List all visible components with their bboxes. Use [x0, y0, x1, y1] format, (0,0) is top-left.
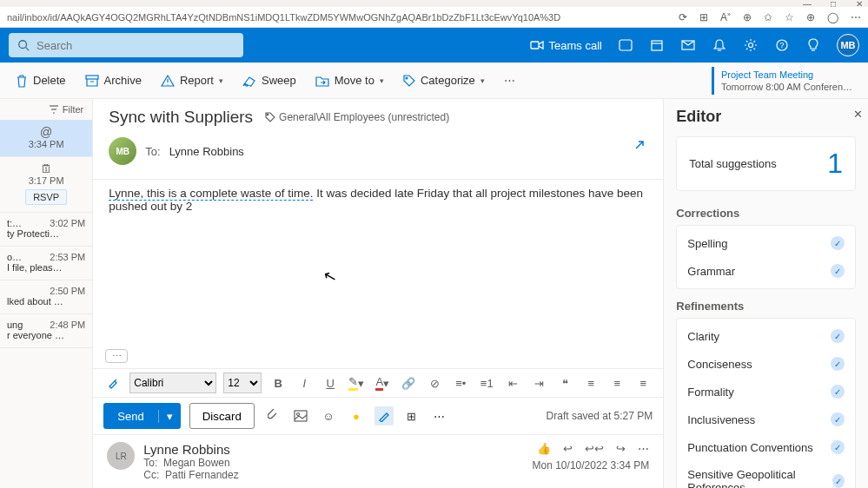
underline-button[interactable]: U — [321, 373, 340, 392]
star-icon[interactable]: ☆ — [785, 11, 794, 23]
like-icon[interactable]: 👍 — [537, 442, 551, 455]
more-send-icon[interactable]: ⋯ — [430, 406, 449, 425]
italic-button[interactable]: I — [295, 373, 314, 392]
refinement-row[interactable]: Clarity✓ — [677, 322, 855, 350]
check-icon: ✓ — [831, 440, 845, 454]
correction-spelling[interactable]: Spelling✓ — [677, 229, 855, 257]
close-icon[interactable]: ✕ — [853, 108, 863, 121]
meet-now-icon[interactable] — [618, 37, 633, 53]
emoji2-icon[interactable]: ● — [347, 406, 366, 425]
send-button[interactable]: Send ▾ — [103, 403, 180, 429]
reply-icon[interactable]: ↩ — [563, 442, 573, 455]
mention-icon: @ — [7, 125, 85, 139]
list-item[interactable]: t:…3:02 PM ty Protecti… — [0, 213, 92, 247]
align-left-button[interactable]: ≡ — [581, 373, 600, 392]
image-icon[interactable] — [291, 406, 310, 425]
attach-icon[interactable] — [263, 406, 282, 425]
bell-icon[interactable] — [712, 37, 727, 53]
bullets-button[interactable]: ≡• — [451, 373, 470, 392]
report-button[interactable]: Report▾ — [161, 74, 223, 87]
rsvp-badge[interactable]: RSVP — [25, 189, 67, 205]
list-item[interactable]: ung2:48 PM r everyone … — [0, 314, 92, 348]
svg-point-19 — [296, 413, 299, 416]
correction-grammar[interactable]: Grammar✓ — [677, 257, 855, 285]
chevron-down-icon: ▾ — [380, 76, 384, 85]
archive-button[interactable]: Archive — [85, 74, 142, 87]
send-split-button[interactable]: ▾ — [158, 410, 181, 423]
quote-button[interactable]: ❝ — [555, 373, 574, 392]
lightbulb-icon[interactable] — [805, 37, 821, 53]
url-text: nail/inbox/id/AAQkAGY4OGQ2MGRhLTA4YzQtND… — [7, 12, 560, 23]
filter-button[interactable]: Filter — [0, 99, 92, 120]
list-item[interactable]: 2:50 PM lked about … — [0, 280, 92, 314]
profile-avatar[interactable]: MB — [837, 34, 859, 56]
settings-icon[interactable] — [743, 37, 759, 53]
clear-format-button[interactable]: ⊘ — [425, 373, 444, 392]
refinement-row[interactable]: Formality✓ — [677, 378, 855, 406]
profile-icon[interactable]: ◯ — [827, 11, 838, 23]
reply-all-icon[interactable]: ↩↩ — [585, 442, 604, 455]
video-icon — [530, 40, 544, 50]
delete-button[interactable]: Delete — [16, 74, 66, 88]
list-item[interactable]: 🗓 3:17 PM RSVP — [0, 157, 92, 213]
item-time: 3:17 PM — [7, 175, 85, 186]
compose-body[interactable]: Lynne, this is a complete waste of time.… — [93, 180, 663, 344]
move-to-button[interactable]: Move to▾ — [315, 74, 384, 87]
list-item[interactable]: @ 3:34 PM — [0, 120, 92, 157]
refinement-row[interactable]: Punctuation Conventions✓ — [677, 433, 855, 461]
more-icon[interactable]: ⋯ — [851, 11, 861, 23]
popout-icon[interactable] — [633, 139, 646, 151]
numbering-button[interactable]: ≡1 — [477, 373, 496, 392]
editor-pen-icon[interactable] — [374, 406, 394, 425]
refinement-row[interactable]: Inclusiveness✓ — [677, 406, 855, 433]
favorites-icon[interactable]: ✩ — [764, 11, 772, 23]
more-commands[interactable]: ⋯ — [504, 74, 515, 87]
check-icon: ✓ — [831, 236, 845, 250]
discard-button[interactable]: Discard — [189, 403, 255, 429]
maximize-icon[interactable]: □ — [828, 0, 838, 9]
svg-rect-4 — [652, 41, 662, 50]
outdent-button[interactable]: ⇤ — [503, 373, 522, 392]
minimize-icon[interactable]: — — [802, 0, 812, 9]
mail-unread-icon[interactable] — [680, 37, 696, 53]
forward-icon[interactable]: ↪ — [616, 442, 626, 455]
refinement-row[interactable]: Conciseness✓ — [677, 350, 855, 378]
teams-call-button[interactable]: Teams call — [530, 39, 602, 52]
font-size-select[interactable]: 12 — [223, 373, 262, 393]
search-box[interactable] — [9, 33, 243, 57]
align-right-button[interactable]: ≡ — [633, 373, 653, 392]
upcoming-meeting-chip[interactable]: Project Team Meeting Tomorrow 8:00 AM Co… — [712, 67, 852, 95]
more-thread-icon[interactable]: ⋯ — [638, 442, 649, 455]
emoji-icon[interactable]: ☺ — [319, 406, 338, 425]
indent-button[interactable]: ⇥ — [529, 373, 548, 392]
bold-button[interactable]: B — [268, 373, 288, 392]
collections-icon[interactable]: ⊕ — [806, 11, 815, 23]
total-label: Total suggestions — [689, 157, 776, 170]
expand-quote-button[interactable]: ⋯ — [105, 349, 128, 363]
sync-icon[interactable]: ⟳ — [679, 11, 687, 23]
thread-message[interactable]: LR Lynne Robbins To: Megan Bowen Cc: Pat… — [93, 434, 663, 488]
meeting-title: Project Team Meeting — [721, 69, 852, 81]
text-size-icon[interactable]: A» — [720, 11, 731, 23]
align-center-button[interactable]: ≡ — [607, 373, 626, 392]
zoom-icon[interactable]: ⊕ — [743, 11, 752, 23]
search-input[interactable] — [36, 39, 235, 52]
sensitivity-tag[interactable]: General\All Employees (unrestricted) — [265, 111, 449, 123]
sender-avatar: MB — [109, 137, 136, 165]
font-color-button[interactable]: A▾ — [373, 373, 392, 392]
categorize-button[interactable]: Categorize▾ — [403, 74, 485, 87]
close-window-icon[interactable]: ✕ — [854, 0, 865, 9]
font-select[interactable]: Calibri — [129, 373, 216, 393]
refinement-row[interactable]: Sensitive Geopolitical References✓ — [677, 461, 855, 488]
grid-icon[interactable]: ⊞ — [699, 11, 708, 23]
help-icon[interactable]: ? — [774, 37, 790, 53]
total-suggestions-card[interactable]: Total suggestions 1 — [676, 136, 856, 191]
link-button[interactable]: 🔗 — [399, 373, 418, 392]
sweep-button[interactable]: Sweep — [242, 74, 296, 87]
list-item[interactable]: o…2:53 PM I file, pleas… — [0, 247, 92, 280]
brush-icon[interactable] — [103, 373, 123, 392]
apps-icon[interactable]: ⊞ — [402, 406, 421, 425]
calendar-icon[interactable] — [649, 37, 665, 53]
email-subject: Sync with Suppliers — [109, 108, 253, 127]
highlight-button[interactable]: ✎▾ — [347, 373, 366, 392]
